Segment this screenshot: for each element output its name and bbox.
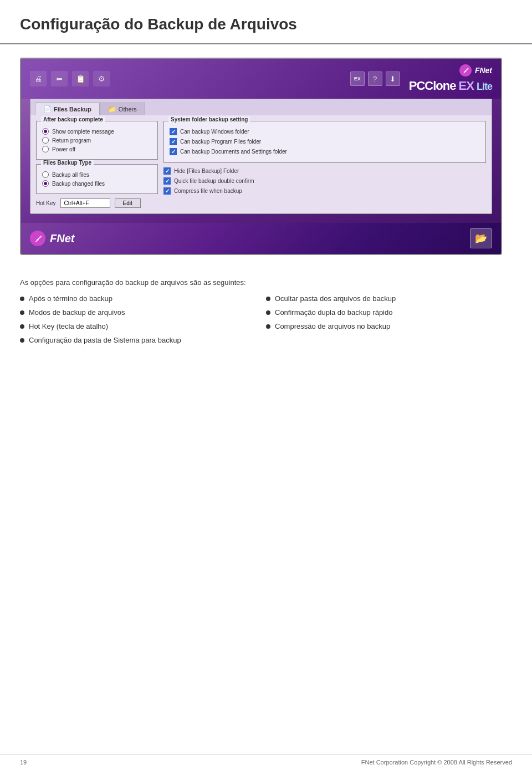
screenshot-toolbar: 🖨 ⬅ 📋 ⚙ EX ? ⬇ 𝒻 FNet PCC (21, 59, 501, 99)
fnet-logo-area: 𝒻 FNet PCClone EX Lite (409, 64, 492, 93)
tab-bar: 📄 Files Backup 📁 Others (30, 99, 492, 115)
bullet-item-5: Ocultar pasta dos arquivos de backup (266, 294, 512, 303)
after-backup-legend: After backup complete (41, 116, 105, 123)
toolbar-left-icons: 🖨 ⬅ 📋 ⚙ (30, 71, 110, 86)
files-backup-type-content: Backup all files Backup changed files (42, 171, 152, 187)
bullet-dot-6 (266, 310, 270, 315)
bullet-dot-3 (20, 324, 24, 329)
bullet-text-4: Configuração da pasta de Sistema para ba… (29, 336, 181, 344)
radio-power-off-indicator (42, 146, 49, 152)
radio-show-complete[interactable]: Show complete message (42, 128, 152, 135)
bullet-text-1: Após o término do backup (29, 294, 112, 303)
chk-windows-folder[interactable]: ✓ Can backup Windows folder (170, 128, 480, 135)
chk-documents-settings-box: ✓ (170, 148, 177, 155)
bullet-dot-2 (20, 310, 24, 315)
bullet-text-6: Confirmação dupla do backup rápido (275, 308, 392, 317)
tab-others[interactable]: 📁 Others (100, 103, 145, 115)
page-header: Configuração do Backup de Arquivos (0, 0, 532, 44)
chk-quick-confirm-box: ✓ (163, 177, 171, 185)
download-icon[interactable]: ⬇ (386, 72, 400, 86)
chk-quick-confirm-label: Quick file backup double confirm (174, 178, 254, 184)
chk-hide-folder[interactable]: ✓ Hide [Files Backup] Folder (163, 167, 486, 175)
radio-power-off-label: Power off (52, 146, 75, 152)
bottom-fnet-logo: 𝒻 FNet (30, 231, 74, 246)
toolbar-icon-4[interactable]: ⚙ (93, 71, 110, 86)
toolbar-icon-2[interactable]: ⬅ (51, 71, 68, 86)
bullet-item-4: Configuração da pasta de Sistema para ba… (20, 336, 266, 344)
bullet-dot-7 (266, 324, 270, 329)
system-folder-content: ✓ Can backup Windows folder ✓ Can backup… (170, 128, 480, 155)
bullet-col-right: Ocultar pasta dos arquivos de backup Con… (266, 294, 512, 350)
page-footer: 19 FNet Corporation Copyright © 2008 All… (0, 754, 532, 770)
toolbar-icon-3[interactable]: 📋 (72, 71, 89, 86)
chk-compress[interactable]: ✓ Compress file when backup (163, 187, 486, 195)
chk-hide-folder-label: Hide [Files Backup] Folder (174, 168, 239, 174)
extra-options-area: ✓ Hide [Files Backup] Folder ✓ Quick fil… (163, 167, 486, 195)
help-icon[interactable]: ? (368, 72, 382, 86)
bottom-area: 𝒻 FNet 📂 (21, 223, 501, 254)
bullet-item-2: Modos de backup de arquivos (20, 308, 266, 317)
bullet-item-6: Confirmação dupla do backup rápido (266, 308, 512, 317)
left-col: After backup complete Show complete mess… (36, 121, 158, 208)
bottom-fnet-text: FNet (50, 232, 74, 245)
bottom-fnet-circle-icon: 𝒻 (30, 231, 45, 246)
hotkey-label: Hot Key (36, 200, 56, 206)
bullet-text-5: Ocultar pasta dos arquivos de backup (275, 294, 396, 303)
files-backup-type-legend: Files Backup Type (41, 160, 94, 166)
bullet-cols: Após o término do backup Modos de backup… (20, 294, 512, 350)
radio-show-complete-label: Show complete message (52, 129, 114, 135)
bullet-text-2: Modos de backup de arquivos (29, 308, 125, 317)
fnet-logo: 𝒻 FNet (459, 64, 492, 77)
chk-quick-confirm[interactable]: ✓ Quick file backup double confirm (163, 177, 486, 185)
tab-others-label: Others (119, 106, 137, 113)
chk-documents-settings[interactable]: ✓ Can backup Documents and Settings fold… (170, 148, 480, 155)
fnet-circle-icon: 𝒻 (459, 64, 472, 77)
toolbar-right-icons: EX ? ⬇ (350, 72, 400, 86)
edit-button[interactable]: Edit (115, 198, 141, 208)
files-backup-type-group: Files Backup Type Backup all files Backu… (36, 164, 158, 194)
toolbar-icon-1[interactable]: 🖨 (30, 71, 47, 86)
chk-program-files-box: ✓ (170, 138, 177, 145)
ex-icon[interactable]: EX (350, 72, 365, 86)
chk-windows-folder-label: Can backup Windows folder (180, 129, 249, 135)
main-content: 🖨 ⬅ 📋 ⚙ EX ? ⬇ 𝒻 FNet PCC (0, 44, 532, 369)
fnet-brand-text: FNet (475, 66, 492, 75)
bullet-item-3: Hot Key (tecla de atalho) (20, 322, 266, 330)
right-col: System folder backup setting ✓ Can backu… (163, 121, 486, 208)
hotkey-input[interactable] (60, 198, 110, 208)
bullet-dot-5 (266, 297, 270, 301)
chk-hide-folder-box: ✓ (163, 167, 171, 175)
radio-return-program[interactable]: Return program (42, 137, 152, 144)
tab-files-backup[interactable]: 📄 Files Backup (35, 103, 100, 115)
bullet-text-7: Compressão de arquivos no backup (275, 322, 390, 330)
chk-documents-settings-label: Can backup Documents and Settings folder (180, 149, 287, 155)
description-area: As opções para configuração do backup de… (20, 273, 512, 355)
others-icon: 📁 (108, 105, 116, 113)
chk-compress-label: Compress file when backup (174, 188, 242, 194)
bullet-text-3: Hot Key (tecla de atalho) (29, 322, 108, 330)
system-folder-group: System folder backup setting ✓ Can backu… (163, 121, 486, 163)
app-name-text: PCClone EX Lite (409, 79, 492, 93)
dialog-row-top: After backup complete Show complete mess… (36, 121, 486, 208)
radio-show-complete-indicator (42, 128, 49, 135)
bottom-right-icon: 📂 (470, 228, 492, 248)
dialog-content: After backup complete Show complete mess… (30, 115, 492, 213)
page-title: Configuração do Backup de Arquivos (20, 16, 512, 33)
radio-backup-all[interactable]: Backup all files (42, 171, 152, 178)
radio-backup-changed[interactable]: Backup changed files (42, 180, 152, 187)
chk-program-files-label: Can backup Program Files folder (180, 139, 261, 145)
chk-program-files[interactable]: ✓ Can backup Program Files folder (170, 138, 480, 145)
radio-return-program-label: Return program (52, 137, 91, 144)
radio-power-off[interactable]: Power off (42, 146, 152, 152)
files-backup-icon: 📄 (43, 105, 52, 113)
radio-backup-all-indicator (42, 171, 49, 178)
after-backup-content: Show complete message Return program Pow… (42, 128, 152, 152)
radio-return-program-indicator (42, 137, 49, 144)
bullet-dot-4 (20, 338, 24, 343)
after-backup-group: After backup complete Show complete mess… (36, 121, 158, 160)
hotkey-row: Hot Key Edit (36, 198, 158, 208)
radio-backup-changed-label: Backup changed files (52, 181, 105, 187)
bullet-item-1: Após o término do backup (20, 294, 266, 303)
bullet-dot-1 (20, 297, 24, 301)
tab-files-backup-label: Files Backup (54, 106, 91, 113)
